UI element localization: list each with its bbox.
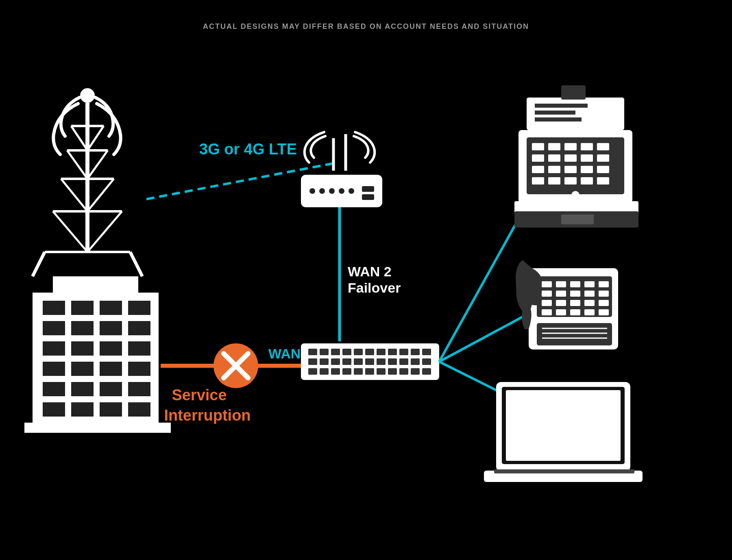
- svg-rect-33: [43, 321, 65, 335]
- svg-point-24: [349, 188, 354, 194]
- lte-label: 3G or 4G LTE: [199, 141, 297, 158]
- svg-rect-132: [584, 291, 595, 297]
- svg-rect-26: [362, 194, 374, 200]
- svg-line-10: [87, 150, 108, 179]
- svg-rect-98: [532, 143, 544, 150]
- svg-rect-110: [564, 166, 577, 173]
- svg-rect-35: [100, 321, 122, 335]
- svg-line-11: [61, 179, 87, 211]
- svg-rect-84: [354, 368, 363, 375]
- svg-rect-41: [43, 362, 65, 376]
- svg-rect-76: [388, 358, 397, 365]
- cash-register-icon: [514, 85, 638, 228]
- svg-line-7: [71, 126, 87, 150]
- telephone-icon: [516, 260, 618, 349]
- svg-rect-70: [320, 358, 329, 365]
- svg-rect-106: [581, 154, 593, 162]
- svg-rect-48: [128, 382, 150, 396]
- svg-rect-36: [128, 321, 150, 335]
- svg-rect-40: [128, 341, 150, 356]
- svg-rect-131: [570, 291, 580, 297]
- svg-rect-60: [331, 349, 340, 355]
- svg-rect-143: [599, 309, 609, 315]
- svg-point-118: [571, 191, 580, 199]
- svg-rect-107: [597, 154, 609, 162]
- svg-rect-28: [53, 276, 138, 297]
- svg-rect-49: [43, 402, 65, 417]
- svg-rect-83: [342, 368, 351, 375]
- svg-rect-100: [564, 143, 577, 150]
- service-interruption-text-line1: Service: [172, 386, 227, 404]
- svg-rect-50: [71, 402, 94, 417]
- svg-rect-51: [100, 402, 122, 417]
- svg-rect-144: [537, 323, 612, 345]
- svg-rect-71: [331, 358, 340, 365]
- svg-rect-59: [320, 349, 329, 355]
- svg-line-12: [87, 179, 114, 211]
- svg-point-21: [319, 188, 325, 194]
- svg-rect-116: [581, 177, 593, 184]
- svg-rect-104: [548, 154, 560, 162]
- svg-rect-102: [597, 143, 609, 150]
- svg-rect-105: [564, 154, 577, 162]
- svg-rect-73: [354, 358, 363, 365]
- svg-rect-25: [362, 186, 374, 192]
- svg-rect-137: [584, 300, 595, 306]
- svg-rect-72: [342, 358, 351, 365]
- svg-rect-93: [535, 111, 575, 115]
- svg-rect-136: [570, 300, 580, 306]
- svg-point-22: [329, 188, 335, 194]
- svg-line-13: [53, 211, 87, 252]
- svg-rect-113: [532, 177, 544, 184]
- svg-rect-30: [71, 301, 94, 315]
- svg-rect-38: [71, 341, 94, 356]
- svg-rect-103: [532, 154, 544, 162]
- svg-rect-62: [354, 349, 363, 355]
- service-interruption-text-line2: Interruption: [164, 407, 251, 424]
- svg-rect-85: [365, 368, 374, 375]
- svg-line-8: [87, 126, 104, 150]
- svg-rect-78: [411, 358, 420, 365]
- svg-rect-109: [548, 166, 560, 173]
- diagram-container: ACTUAL DESIGNS MAY DIFFER BASED ON ACCOU…: [0, 0, 732, 560]
- svg-rect-69: [308, 358, 317, 365]
- svg-rect-47: [100, 382, 122, 396]
- svg-rect-88: [399, 368, 408, 375]
- svg-rect-121: [561, 215, 594, 224]
- svg-rect-90: [422, 368, 431, 375]
- svg-rect-65: [388, 349, 397, 355]
- svg-rect-152: [494, 469, 634, 473]
- svg-line-9: [67, 150, 87, 179]
- svg-rect-133: [599, 291, 609, 297]
- svg-rect-127: [584, 281, 595, 287]
- svg-rect-74: [365, 358, 374, 365]
- svg-rect-29: [43, 301, 65, 315]
- laptop-icon: [484, 382, 643, 482]
- svg-rect-138: [599, 300, 609, 306]
- svg-rect-68: [422, 349, 431, 355]
- svg-rect-42: [71, 362, 94, 376]
- svg-rect-80: [308, 368, 317, 375]
- svg-rect-31: [100, 301, 122, 315]
- svg-rect-92: [535, 104, 588, 108]
- svg-rect-115: [564, 177, 577, 184]
- svg-rect-39: [100, 341, 122, 356]
- svg-point-0: [80, 88, 95, 103]
- svg-rect-75: [377, 358, 386, 365]
- svg-point-20: [309, 188, 315, 194]
- svg-line-15: [33, 252, 45, 276]
- svg-line-16: [130, 252, 142, 276]
- cell-tower-icon: [33, 88, 142, 276]
- svg-rect-134: [542, 300, 552, 306]
- failover-label: Failover: [348, 280, 401, 295]
- svg-rect-89: [411, 368, 420, 375]
- svg-rect-114: [548, 177, 560, 184]
- svg-rect-64: [377, 349, 386, 355]
- svg-rect-53: [24, 423, 171, 433]
- svg-rect-79: [422, 358, 431, 365]
- svg-rect-81: [320, 368, 329, 375]
- svg-rect-141: [570, 309, 580, 315]
- svg-rect-150: [506, 390, 621, 461]
- svg-rect-32: [128, 301, 150, 315]
- svg-rect-108: [532, 166, 544, 173]
